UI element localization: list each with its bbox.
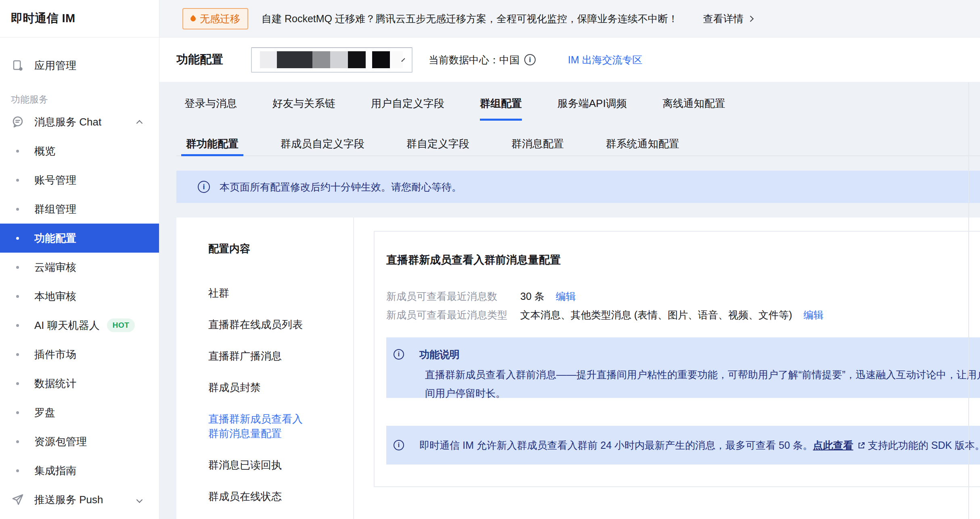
config-nav-item-live-broadcast-message[interactable]: 直播群广播消息 xyxy=(208,349,309,363)
info-icon[interactable] xyxy=(524,54,536,65)
config-nav-heading: 配置内容 xyxy=(208,241,353,256)
notice-banner: 本页面所有配置修改后约十分钟生效。请您耐心等待。 xyxy=(176,171,980,203)
sidebar-item-label: AI 聊天机器人 xyxy=(34,318,100,333)
sidebar-item-resource-pack[interactable]: 资源包管理 xyxy=(0,427,159,456)
sdk-tip-box: 即时通信 IM 允许新入群成员查看入群前 24 小时内最新产生的消息，最多可查看… xyxy=(386,426,980,465)
detail-heading: 直播群新成员查看入群前消息量配置 xyxy=(386,253,980,267)
chevron-right-icon xyxy=(748,15,754,22)
feature-description-box: 功能说明 直播群新成员查看入群前消息——提升直播间用户粘性的重要功能，可帮助用户… xyxy=(386,337,980,398)
sidebar-item-label: 本地审核 xyxy=(34,289,76,303)
paper-plane-icon xyxy=(11,493,24,506)
config-rows: 新成员可查看最近消息数 30 条 编辑 新成员可查看最近消息类型 文本消息、其他… xyxy=(386,289,980,322)
bullet-icon xyxy=(16,237,19,240)
config-panel: 配置内容 社群 直播群在线成员列表 直播群广播消息 群成员封禁 直播群新成员查看… xyxy=(176,218,980,519)
row-label: 新成员可查看最近消息数 xyxy=(386,289,520,303)
sidebar-item-label: 集成指南 xyxy=(34,464,76,478)
bullet-icon xyxy=(16,411,19,414)
sidebar-item-feature-config[interactable]: 功能配置 xyxy=(0,224,159,253)
feature-description-text: 直播群新成员查看入群前消息——提升直播间用户粘性的重要功能，可帮助用户了解“前情… xyxy=(425,365,980,402)
chevron-up-icon xyxy=(136,120,143,126)
subtab-group-custom-fields[interactable]: 群自定义字段 xyxy=(402,137,474,156)
sidebar-group-chat[interactable]: 消息服务 Chat xyxy=(0,107,159,136)
tab-user-custom-fields[interactable]: 用户自定义字段 xyxy=(371,96,444,121)
tab-friends-relation[interactable]: 好友与关系链 xyxy=(272,96,335,121)
edit-link[interactable]: 编辑 xyxy=(556,289,576,303)
info-icon xyxy=(394,440,404,450)
sidebar-item-overview[interactable]: 概览 xyxy=(0,136,159,165)
sidebar-item-label: 云端审核 xyxy=(34,260,76,274)
sdk-tip-after: 支持此功能的 SDK 版本。 xyxy=(868,439,980,451)
sdk-tip-link[interactable]: 点此查看 xyxy=(813,439,853,451)
sidebar-item-local-moderation[interactable]: 本地审核 xyxy=(0,282,159,311)
hot-badge: HOT xyxy=(107,318,135,332)
config-nav-item-prejoin-history[interactable]: 直播群新成员查看入群前消息量配置 xyxy=(208,412,309,441)
config-nav-item-member-ban[interactable]: 群成员封禁 xyxy=(208,380,309,395)
subtab-group-message-config[interactable]: 群消息配置 xyxy=(507,137,569,156)
sidebar-item-label: 功能配置 xyxy=(34,231,76,245)
external-link-icon xyxy=(857,442,865,450)
edit-link[interactable]: 编辑 xyxy=(804,308,824,322)
bullet-icon xyxy=(16,440,19,443)
bullet-icon xyxy=(16,353,19,356)
sidebar-item-label: 群组管理 xyxy=(34,202,76,216)
subtab-member-custom-fields[interactable]: 群成员自定义字段 xyxy=(276,137,369,156)
chat-bubble-icon xyxy=(11,115,24,129)
page-header: 功能配置 当前数据中心：中国 IM 出海交流专区 xyxy=(159,38,980,82)
sidebar-item-label: 插件市场 xyxy=(34,347,76,362)
sidebar-item-label: 概览 xyxy=(34,144,55,158)
tab-login-message[interactable]: 登录与消息 xyxy=(184,96,237,121)
sidebar-item-label: 账号管理 xyxy=(34,173,76,187)
tab-offline-push[interactable]: 离线通知配置 xyxy=(662,96,725,121)
content-area: 登录与消息 好友与关系链 用户自定义字段 群组配置 服务端API调频 离线通知配… xyxy=(159,82,980,519)
sidebar-group-label: 消息服务 Chat xyxy=(34,115,101,129)
sidebar-item-group-management[interactable]: 群组管理 xyxy=(0,195,159,224)
config-row-message-type: 新成员可查看最近消息类型 文本消息、其他类型消息 (表情、图片、语音、视频、文件… xyxy=(386,308,980,322)
sidebar-item-data-statistics[interactable]: 数据统计 xyxy=(0,369,159,398)
tab-bar: 登录与消息 好友与关系链 用户自定义字段 群组配置 服务端API调频 离线通知配… xyxy=(176,82,980,121)
config-row-message-count: 新成员可查看最近消息数 30 条 编辑 xyxy=(386,289,980,303)
sidebar-group-push[interactable]: 推送服务 Push xyxy=(0,485,159,514)
promo-badge: 无感迁移 xyxy=(182,8,248,29)
config-nav-item-member-online-status[interactable]: 群成员在线状态 xyxy=(208,489,309,504)
subtab-group-system-notice[interactable]: 群系统通知配置 xyxy=(601,137,684,156)
app-title: 即时通信 IM xyxy=(0,0,159,38)
datacenter-label: 当前数据中心：中国 xyxy=(429,53,536,67)
oversea-link[interactable]: IM 出海交流专区 xyxy=(568,53,643,67)
bullet-icon xyxy=(16,150,19,153)
sidebar-item-plugin-market[interactable]: 插件市场 xyxy=(0,340,159,369)
sidebar-item-account-management[interactable]: 账号管理 xyxy=(0,165,159,195)
promo-badge-label: 无感迁移 xyxy=(200,12,240,25)
sidebar-item-label: 罗盘 xyxy=(34,406,55,420)
subtab-bar: 群功能配置 群成员自定义字段 群自定义字段 群消息配置 群系统通知配置 xyxy=(176,121,980,156)
sidebar-item-integration-guide[interactable]: 集成指南 xyxy=(0,456,159,485)
tab-server-api[interactable]: 服务端API调频 xyxy=(557,96,627,121)
sdk-tip-text: 即时通信 IM 允许新入群成员查看入群前 24 小时内最新产生的消息，最多可查看… xyxy=(419,439,980,452)
notice-text: 本页面所有配置修改后约十分钟生效。请您耐心等待。 xyxy=(220,180,462,194)
promo-details-link[interactable]: 查看详情 xyxy=(703,12,753,25)
bullet-icon xyxy=(16,469,19,472)
promo-link-label: 查看详情 xyxy=(703,12,743,25)
feature-description-line2: 间用户停留时长。 xyxy=(425,384,980,402)
sdk-tip-before: 即时通信 IM 允许新入群成员查看入群前 24 小时内最新产生的消息，最多可查看… xyxy=(419,439,813,451)
sidebar-item-compass[interactable]: 罗盘 xyxy=(0,398,159,427)
sidebar: 即时通信 IM 应用管理 功能服务 消息服务 Chat 概览 账号管理 群组管理… xyxy=(0,0,159,519)
sidebar-nav: 应用管理 功能服务 消息服务 Chat 概览 账号管理 群组管理 功能配置 云端… xyxy=(0,38,159,514)
sidebar-item-label: 数据统计 xyxy=(34,377,76,391)
bullet-icon xyxy=(16,266,19,269)
config-detail: 直播群新成员查看入群前消息量配置 新成员可查看最近消息数 30 条 编辑 新成员… xyxy=(354,218,980,519)
sidebar-item-app-management[interactable]: 应用管理 xyxy=(0,51,159,80)
app-management-icon xyxy=(11,59,24,72)
sidebar-item-cloud-moderation[interactable]: 云端审核 xyxy=(0,253,159,282)
sidebar-item-label: 资源包管理 xyxy=(34,435,87,449)
config-nav-item-community[interactable]: 社群 xyxy=(208,286,309,300)
subtab-group-feature-config[interactable]: 群功能配置 xyxy=(181,137,243,156)
config-nav-item-live-online-members[interactable]: 直播群在线成员列表 xyxy=(208,317,309,332)
row-label: 新成员可查看最近消息类型 xyxy=(386,308,520,322)
tab-group-config[interactable]: 群组配置 xyxy=(480,96,522,121)
config-nav-item-read-receipt[interactable]: 群消息已读回执 xyxy=(208,458,309,472)
scroll-track-edge xyxy=(968,82,969,519)
sidebar-item-ai-chatbot[interactable]: AI 聊天机器人HOT xyxy=(0,311,159,340)
app-select-dropdown[interactable] xyxy=(251,47,413,73)
datacenter-text: 当前数据中心：中国 xyxy=(429,53,519,67)
bullet-icon xyxy=(16,324,19,327)
